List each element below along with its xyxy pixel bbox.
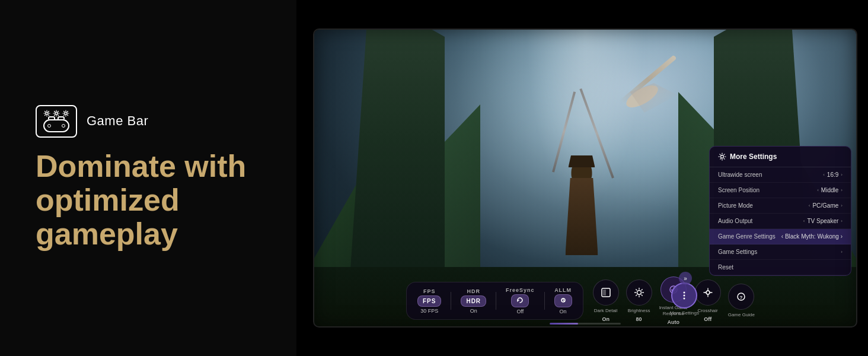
hdr-stat: HDR HDR On: [461, 288, 486, 314]
settings-panel-title: More Settings: [710, 147, 851, 167]
svg-point-0: [46, 112, 48, 115]
fps-value: 30 FPS: [420, 308, 438, 314]
stick-left: [47, 124, 51, 128]
settings-row-picture[interactable]: Picture Mode ‹ PC/Game ›: [710, 198, 851, 214]
brightness-btn[interactable]: Brightness 80: [626, 279, 652, 322]
game-guide-icon: ?: [736, 291, 746, 302]
dark-detail-value: On: [602, 316, 609, 322]
bumper-left: [48, 116, 55, 119]
reset-label: Reset: [718, 264, 733, 271]
right-panel: FPS FPS 30 FPS HDR HDR On FreeSync: [296, 0, 868, 356]
ultrawide-val: 16:9: [827, 171, 838, 178]
audio-value: ‹ TV Speaker ›: [803, 218, 843, 224]
more-settings-btn-container[interactable]: More Settings: [670, 282, 699, 316]
divider-3: [544, 292, 545, 310]
freesync-top-label: FreeSync: [506, 287, 535, 293]
position-value: ‹ Middle ›: [817, 187, 843, 193]
divider-1: [451, 292, 451, 310]
gear-row: [43, 110, 69, 117]
dark-detail-label: Dark Detail: [594, 308, 618, 314]
game-settings-value: ›: [841, 249, 843, 255]
chevron-right-2: ›: [841, 187, 843, 193]
game-bar-icon: [36, 105, 77, 138]
genre-val: ‹ Black Myth: Wukong ›: [781, 233, 843, 240]
character-helmet: [569, 155, 595, 167]
ultrawide-label: Ultrawide screen: [718, 171, 762, 178]
chevron-left-1: ‹: [823, 172, 825, 177]
hdr-value: On: [470, 308, 477, 314]
instant-game-value: Auto: [667, 319, 679, 325]
chevron-left-4: ‹: [803, 218, 805, 224]
svg-point-14: [684, 298, 685, 300]
brightness-label: Brightness: [628, 308, 650, 314]
hdr-badge: HDR: [461, 295, 486, 307]
headline-line3: gameplay: [36, 217, 178, 251]
more-settings-circle: [671, 282, 697, 309]
game-settings-label: Game Settings: [718, 249, 757, 255]
dark-detail-icon: [601, 287, 611, 298]
bumper-right: [58, 116, 65, 119]
hud-left-section: FPS FPS 30 FPS HDR HDR On FreeSync: [406, 282, 583, 320]
stick-right: [62, 124, 65, 128]
controller-body: [43, 119, 69, 132]
crosshair-label: Crosshair: [698, 308, 718, 314]
svg-point-9: [706, 291, 710, 294]
headline-line2: optimized: [36, 183, 180, 217]
settings-panel-title-text: More Settings: [730, 152, 777, 161]
chevron-left-2: ‹: [817, 187, 819, 193]
expand-arrow[interactable]: »: [679, 272, 692, 285]
game-guide-icon-circle: ?: [728, 284, 754, 310]
game-scene: FPS FPS 30 FPS HDR HDR On FreeSync: [314, 30, 856, 326]
character-body: [566, 178, 598, 255]
freesync-value: Off: [516, 309, 524, 314]
allm-icon: [560, 297, 567, 304]
genre-label: Game Genre Settings: [718, 233, 776, 240]
svg-point-2: [65, 112, 67, 115]
genre-value: ‹ Black Myth: Wukong ›: [781, 233, 843, 240]
position-val: Middle: [821, 187, 838, 193]
game-guide-btn[interactable]: ? Game Guide: [728, 284, 755, 318]
chevron-right-3: ›: [841, 203, 843, 208]
svg-point-12: [684, 292, 685, 294]
game-bar-header: Game Bar: [36, 105, 261, 138]
brightness-value: 80: [636, 316, 642, 322]
picture-value: ‹ PC/Game ›: [809, 202, 843, 209]
svg-point-15: [721, 155, 724, 158]
chevron-right-4: ›: [841, 218, 843, 224]
feature-label: Game Bar: [87, 113, 148, 129]
crosshair-icon: [703, 287, 713, 298]
freesync-icon: [516, 297, 524, 304]
freesync-badge: [511, 294, 529, 307]
more-settings-panel: More Settings Ultrawide screen ‹ 16:9 › …: [709, 146, 851, 276]
hdr-top-label: HDR: [467, 288, 481, 294]
ultrawide-value: ‹ 16:9 ›: [823, 171, 843, 178]
picture-label: Picture Mode: [718, 202, 753, 209]
left-panel: Game Bar Dominate with optimized gamepla…: [0, 0, 296, 356]
settings-row-reset[interactable]: Reset: [710, 260, 851, 275]
dragon: [612, 77, 731, 136]
dark-detail-btn[interactable]: Dark Detail On: [593, 279, 619, 322]
progress-bar: [550, 323, 621, 325]
allm-badge: [554, 294, 572, 307]
dark-detail-icon-circle: [593, 279, 619, 306]
settings-row-game-settings[interactable]: Game Settings ›: [710, 244, 851, 260]
picture-val: PC/Game: [812, 202, 838, 209]
tv-frame: FPS FPS 30 FPS HDR HDR On FreeSync: [314, 30, 856, 326]
character: [546, 125, 617, 255]
svg-point-13: [684, 295, 685, 297]
settings-row-ultrawide[interactable]: Ultrawide screen ‹ 16:9 ›: [710, 167, 851, 183]
cliff-center-left: [350, 30, 445, 279]
chevron-right-5: ›: [841, 249, 843, 255]
svg-text:?: ?: [740, 295, 743, 300]
fps-badge: FPS: [417, 295, 441, 307]
allm-stat: ALLM On: [554, 287, 572, 314]
settings-row-audio[interactable]: Audio Output ‹ TV Speaker ›: [710, 214, 851, 229]
svg-rect-5: [603, 290, 606, 295]
svg-point-1: [55, 112, 58, 115]
settings-row-position[interactable]: Screen Position ‹ Middle ›: [710, 183, 851, 198]
settings-row-genre[interactable]: Game Genre Settings ‹ Black Myth: Wukong…: [710, 229, 851, 244]
allm-top-label: ALLM: [554, 287, 572, 293]
svg-point-6: [637, 291, 641, 295]
game-bar-hud: FPS FPS 30 FPS HDR HDR On FreeSync: [314, 280, 856, 322]
audio-label: Audio Output: [718, 218, 752, 224]
